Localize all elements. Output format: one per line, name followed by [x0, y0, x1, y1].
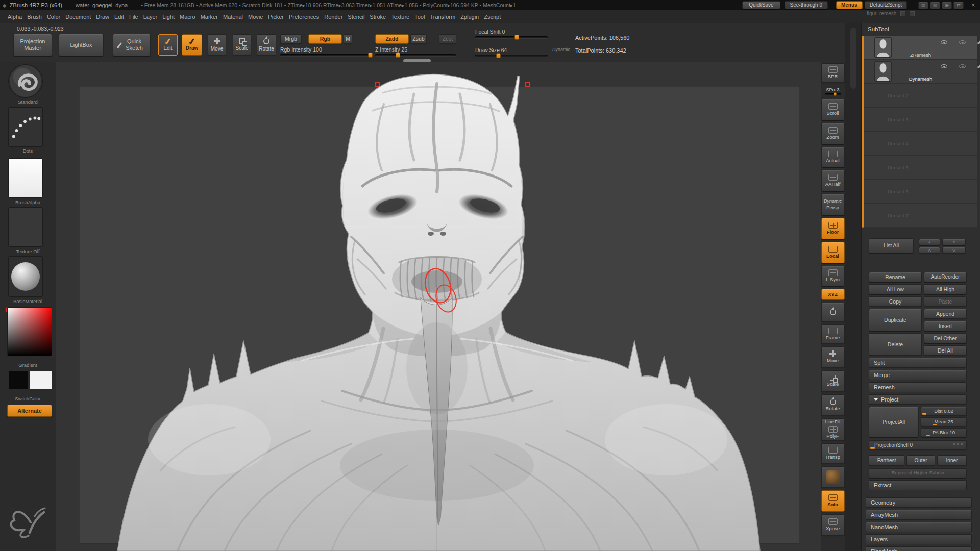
subtool-paint-icon[interactable] [978, 39, 980, 44]
draw-size-slider[interactable]: Draw Size 64 [475, 47, 548, 57]
main-color-swatch[interactable] [8, 370, 29, 390]
remesh-section[interactable]: Remesh [869, 382, 967, 392]
arraymesh-section[interactable]: ArrayMesh [866, 510, 972, 520]
projection-shell-handle[interactable] [870, 447, 875, 449]
menu-macro[interactable]: Macro [180, 14, 195, 20]
swap-icon[interactable]: ⇄ [953, 2, 964, 9]
projection-master-button[interactable]: Projection Master [13, 34, 52, 56]
menu-zscript[interactable]: Zscript [484, 14, 501, 20]
lsym-button[interactable]: L.Sym [821, 266, 845, 286]
mrgb-button[interactable]: Mrgb [280, 34, 302, 44]
menu-edit[interactable]: Edit [114, 14, 124, 20]
mean-handle[interactable] [933, 424, 937, 425]
append-button[interactable]: Append [924, 309, 967, 319]
subtool-empty-slot[interactable]: Unused 2 [864, 84, 977, 108]
reproject-button[interactable]: Reproject Higher Subdiv [869, 468, 967, 478]
zoom-button[interactable]: Zoom [821, 123, 845, 144]
rgb-intensity-handle[interactable] [368, 53, 373, 58]
list-all-button[interactable]: List All [869, 238, 914, 253]
autoreorder-button[interactable]: AutoReorder [924, 272, 967, 282]
z-intensity-handle[interactable] [396, 53, 400, 58]
menu-document[interactable]: Document [65, 14, 91, 20]
scroll-button[interactable]: Scroll [821, 99, 845, 120]
nav-move-button[interactable]: Move [821, 346, 845, 368]
extract-section[interactable]: Extract [869, 480, 967, 490]
tray-scrollbar[interactable] [845, 23, 862, 551]
zsub-button[interactable]: Zsub [410, 34, 427, 44]
subtool-render-eye-icon[interactable] [959, 64, 966, 68]
subtool-move-bottom-button[interactable]: ▽ [942, 247, 966, 254]
rgb-intensity-slider[interactable]: Rgb Intensity 100 [280, 46, 373, 56]
pa-blur-slider[interactable]: PA Blur 10 [921, 428, 967, 437]
menu-preferences[interactable]: Preferences [289, 14, 319, 20]
focal-shift-handle[interactable] [514, 35, 519, 40]
scale-button[interactable]: Scale [233, 34, 251, 56]
menu-transform[interactable]: Transform [430, 14, 455, 20]
split-section[interactable]: Split [869, 358, 967, 368]
subtool-move-top-button[interactable]: △ [919, 247, 940, 254]
menu-movie[interactable]: Movie [248, 14, 263, 20]
del-all-button[interactable]: Del All [924, 345, 967, 356]
frame-button[interactable]: Frame [821, 324, 845, 344]
sculpt-canvas[interactable] [56, 62, 822, 551]
zadd-button[interactable]: Zadd [375, 34, 409, 44]
copy-button[interactable]: Copy [869, 296, 922, 307]
dist-slider[interactable]: Dist 0.02 [921, 407, 967, 416]
all-high-button[interactable]: All High [924, 284, 967, 294]
pa-blur-handle[interactable] [926, 435, 930, 436]
menu-brush[interactable]: Brush [27, 14, 42, 20]
menu-stencil[interactable]: Stencil [348, 14, 364, 20]
menu-alpha[interactable]: Alpha [8, 14, 22, 20]
rotate-button[interactable]: Rotate [257, 34, 276, 56]
secondary-color-swatch[interactable] [30, 370, 52, 390]
subtool-header[interactable]: SubTool [868, 26, 889, 32]
del-other-button[interactable]: Del Other [924, 333, 967, 343]
mean-slider[interactable]: Mean 25 [921, 417, 967, 427]
see-through-button[interactable]: See-through 0 [785, 1, 828, 9]
bpr-button[interactable]: BPR [821, 63, 845, 83]
menu-render[interactable]: Render [324, 14, 342, 20]
layout-icon[interactable]: ▤ [918, 2, 928, 9]
record-icon[interactable]: ◉ [942, 2, 952, 9]
menu-picker[interactable]: Picker [268, 14, 284, 20]
menu-file[interactable]: File [129, 14, 138, 20]
dist-handle[interactable] [922, 413, 926, 415]
subtool-row-dynamesh[interactable]: Dynamesh [864, 60, 977, 84]
menu-zplugin[interactable]: Zplugin [460, 14, 479, 20]
aahalf-button[interactable]: AAHalf [821, 170, 845, 191]
zcut-button[interactable]: Zcut [439, 34, 456, 44]
spix-handle[interactable] [834, 92, 837, 96]
farthest-button[interactable]: Farthest [869, 455, 904, 466]
insert-button[interactable]: Insert [924, 321, 967, 331]
subtool-visibility-eye-icon[interactable] [941, 40, 947, 44]
subtool-move-up-button[interactable]: ▲ [919, 239, 940, 245]
menus-button[interactable]: Menus [836, 1, 863, 9]
nav-scale-button[interactable]: Scale [821, 370, 845, 392]
subtool-empty-slot[interactable]: Unused 5 [864, 156, 977, 180]
local-button[interactable]: Local [821, 242, 845, 263]
tray-scrollbar-thumb[interactable] [850, 28, 856, 89]
menu-material[interactable]: Material [223, 14, 243, 20]
menu-light[interactable]: Light [162, 14, 175, 20]
alternate-button[interactable]: Alternate [7, 405, 52, 417]
rgb-button[interactable]: Rgb [308, 34, 342, 44]
current-material-thumbnail[interactable] [8, 256, 43, 297]
floor-button[interactable]: Floor [821, 218, 845, 239]
lightbox-button[interactable]: LightBox [59, 34, 104, 56]
current-alpha-thumbnail[interactable] [8, 158, 43, 198]
subtool-list-scrollbar[interactable] [862, 36, 864, 228]
xyz-button[interactable]: XYZ [821, 289, 845, 300]
quick-sketch-button[interactable]: Quick Sketch [113, 34, 151, 56]
current-brush-thumbnail[interactable] [8, 64, 43, 98]
project-all-button[interactable]: ProjectAll [869, 407, 919, 437]
current-texture-thumbnail[interactable] [8, 207, 43, 247]
nanomesh-section[interactable]: NanoMesh [866, 522, 972, 532]
focal-shift-slider[interactable]: Focal Shift 0 [475, 29, 548, 38]
z-intensity-slider[interactable]: Z Intensity 25 [375, 46, 456, 56]
layers-section[interactable]: Layers [866, 534, 972, 544]
merge-section[interactable]: Merge [869, 370, 967, 380]
menu-draw[interactable]: Draw [96, 14, 109, 20]
subtool-render-eye-icon[interactable] [959, 40, 966, 44]
menu-color[interactable]: Color [47, 14, 60, 20]
nav-rotate-button[interactable]: Rotate [821, 394, 845, 416]
